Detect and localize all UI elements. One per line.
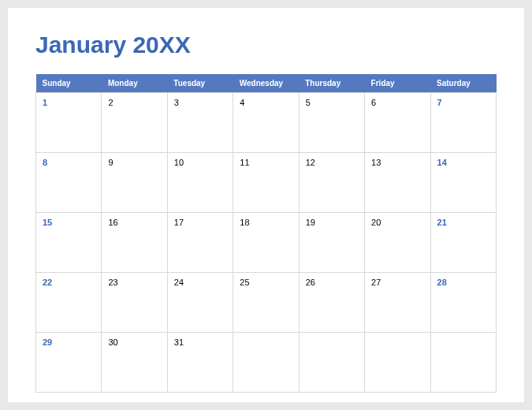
day-cell: [365, 333, 430, 393]
day-cell: 28: [430, 273, 496, 333]
day-cell: 30: [102, 333, 167, 393]
week-row: 29 30 31: [36, 333, 497, 393]
day-cell: 31: [167, 333, 233, 393]
header-tuesday: Tuesday: [167, 74, 233, 93]
header-saturday: Saturday: [430, 74, 496, 93]
day-cell: 27: [365, 273, 430, 333]
day-cell: 26: [299, 273, 364, 333]
day-cell: 24: [167, 273, 233, 333]
header-sunday: Sunday: [36, 74, 102, 93]
day-cell: [233, 333, 299, 393]
day-cell: [430, 333, 496, 393]
day-cell: 11: [233, 153, 299, 213]
header-row: Sunday Monday Tuesday Wednesday Thursday…: [36, 74, 497, 93]
day-cell: 14: [430, 153, 496, 213]
calendar-page: January 20XX Sunday Monday Tuesday Wedne…: [8, 8, 524, 402]
day-cell: 18: [233, 213, 299, 273]
day-cell: 4: [233, 93, 299, 153]
calendar-table: Sunday Monday Tuesday Wednesday Thursday…: [35, 74, 497, 393]
page-title: January 20XX: [35, 32, 497, 58]
header-friday: Friday: [365, 74, 430, 93]
header-monday: Monday: [102, 74, 167, 93]
day-cell: 10: [167, 153, 233, 213]
day-cell: 21: [430, 213, 496, 273]
day-cell: 6: [365, 93, 430, 153]
day-cell: 20: [365, 213, 430, 273]
day-cell: 2: [102, 93, 167, 153]
day-cell: 1: [36, 93, 102, 153]
day-cell: 22: [36, 273, 102, 333]
day-cell: 16: [102, 213, 167, 273]
day-cell: 9: [102, 153, 167, 213]
week-row: 22 23 24 25 26 27 28: [36, 273, 497, 333]
day-cell: 5: [299, 93, 364, 153]
header-wednesday: Wednesday: [233, 74, 299, 93]
day-cell: 19: [299, 213, 364, 273]
day-cell: 17: [167, 213, 233, 273]
day-cell: 13: [365, 153, 430, 213]
day-cell: 29: [36, 333, 102, 393]
week-row: 8 9 10 11 12 13 14: [36, 153, 497, 213]
calendar-body: 1 2 3 4 5 6 7 8 9 10 11 12 13 14 15 16 1…: [36, 93, 497, 393]
day-cell: 12: [299, 153, 364, 213]
day-cell: [299, 333, 364, 393]
day-cell: 15: [36, 213, 102, 273]
day-cell: 7: [430, 93, 496, 153]
header-thursday: Thursday: [299, 74, 364, 93]
day-cell: 23: [102, 273, 167, 333]
week-row: 15 16 17 18 19 20 21: [36, 213, 497, 273]
day-cell: 25: [233, 273, 299, 333]
week-row: 1 2 3 4 5 6 7: [36, 93, 497, 153]
day-cell: 8: [36, 153, 102, 213]
day-cell: 3: [167, 93, 233, 153]
